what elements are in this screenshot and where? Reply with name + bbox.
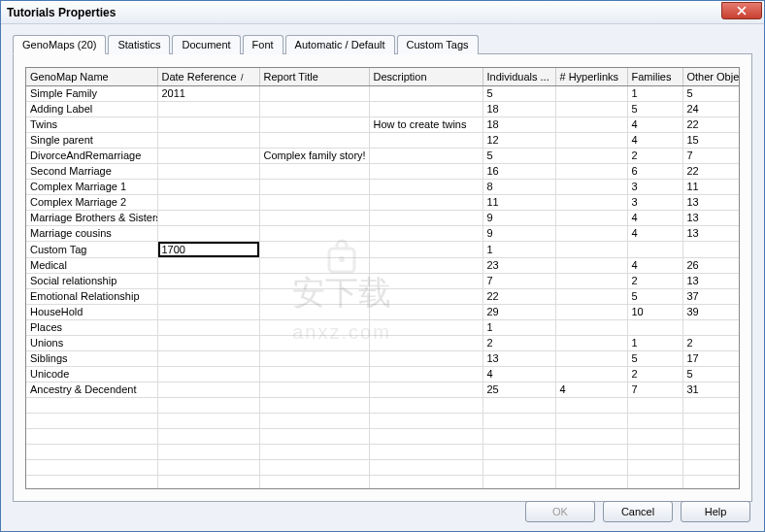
table-cell[interactable]: 11	[482, 194, 555, 210]
table-row[interactable]: Unicode425	[26, 366, 740, 382]
table-cell[interactable]	[157, 475, 259, 489]
table-cell[interactable]: 1	[482, 319, 555, 335]
table-cell[interactable]	[555, 475, 627, 489]
table-cell[interactable]	[259, 444, 369, 459]
table-cell[interactable]	[259, 163, 369, 179]
table-cell[interactable]	[157, 273, 259, 288]
table-cell[interactable]	[157, 382, 259, 397]
table-cell[interactable]	[259, 194, 369, 210]
table-cell[interactable]: DivorceAndRemarriage	[26, 148, 157, 163]
help-button[interactable]: Help	[681, 501, 750, 522]
table-row[interactable]: Marriage Brothers & Sisters9413	[26, 210, 740, 225]
table-cell[interactable]: 7	[627, 382, 682, 397]
table-cell[interactable]	[555, 413, 627, 428]
table-cell[interactable]: 18	[482, 116, 555, 132]
table-cell[interactable]: Twins	[26, 116, 157, 132]
table-cell[interactable]	[482, 459, 555, 475]
table-cell[interactable]: Second Marriage	[26, 163, 157, 179]
table-cell[interactable]	[555, 257, 627, 273]
table-cell[interactable]	[157, 132, 259, 148]
table-cell[interactable]: Ancestry & Decendent	[26, 382, 157, 397]
table-cell[interactable]	[157, 413, 259, 428]
table-cell[interactable]	[627, 428, 682, 444]
table-cell[interactable]: Marriage cousins	[26, 225, 157, 241]
tab-statistics[interactable]: Statistics	[108, 35, 170, 54]
tab-automatic-default[interactable]: Automatic / Default	[285, 35, 395, 54]
table-cell[interactable]	[555, 273, 627, 288]
table-cell[interactable]	[26, 428, 157, 444]
table-cell[interactable]: 2	[682, 335, 740, 350]
table-cell[interactable]: 5	[682, 366, 740, 382]
table-cell[interactable]	[369, 163, 482, 179]
table-row[interactable]: Siblings13517	[26, 350, 740, 366]
table-row[interactable]: Places1	[26, 319, 740, 335]
table-cell[interactable]	[555, 397, 627, 413]
table-cell[interactable]	[627, 475, 682, 489]
table-cell[interactable]: 3	[627, 179, 682, 194]
table-cell[interactable]	[259, 475, 369, 489]
table-cell[interactable]	[369, 382, 482, 397]
table-cell[interactable]	[482, 475, 555, 489]
table-cell[interactable]: Siblings	[26, 350, 157, 366]
table-cell[interactable]: 5	[482, 148, 555, 163]
table-cell[interactable]	[26, 444, 157, 459]
table-cell[interactable]: Simple Family	[26, 85, 157, 101]
table-cell[interactable]	[369, 225, 482, 241]
table-cell[interactable]: 18	[482, 101, 555, 116]
table-cell[interactable]: 4	[627, 225, 682, 241]
table-cell[interactable]	[482, 413, 555, 428]
table-cell[interactable]	[157, 397, 259, 413]
table-cell[interactable]	[555, 304, 627, 319]
table-cell[interactable]: 8	[482, 179, 555, 194]
table-cell[interactable]: 39	[682, 304, 740, 319]
table-cell[interactable]	[627, 413, 682, 428]
table-cell[interactable]	[555, 444, 627, 459]
table-row[interactable]: Custom Tag1	[26, 241, 740, 257]
table-cell[interactable]: 2	[627, 148, 682, 163]
table-cell[interactable]	[555, 101, 627, 116]
table-cell[interactable]: Complex family story!	[259, 148, 369, 163]
table-cell[interactable]	[259, 210, 369, 225]
table-cell[interactable]	[369, 304, 482, 319]
table-cell[interactable]	[157, 366, 259, 382]
table-cell[interactable]	[369, 257, 482, 273]
table-cell[interactable]	[157, 148, 259, 163]
table-cell[interactable]	[627, 459, 682, 475]
tab-font[interactable]: Font	[243, 35, 283, 54]
table-cell[interactable]	[157, 241, 259, 257]
table-cell[interactable]	[555, 288, 627, 304]
table-cell[interactable]	[259, 85, 369, 101]
table-row[interactable]	[26, 459, 740, 475]
table-cell[interactable]	[157, 335, 259, 350]
column-header[interactable]: GenoMap Name	[26, 68, 157, 85]
table-cell[interactable]	[259, 428, 369, 444]
table-cell[interactable]	[369, 413, 482, 428]
cell-editor-input[interactable]	[158, 242, 259, 257]
table-cell[interactable]: Unicode	[26, 366, 157, 382]
table-cell[interactable]	[259, 304, 369, 319]
table-cell[interactable]	[627, 319, 682, 335]
table-cell[interactable]: 7	[482, 273, 555, 288]
table-cell[interactable]	[157, 350, 259, 366]
table-cell[interactable]: Unions	[26, 335, 157, 350]
table-cell[interactable]: 5	[627, 101, 682, 116]
table-cell[interactable]: 22	[682, 116, 740, 132]
table-cell[interactable]	[157, 444, 259, 459]
table-cell[interactable]: 23	[482, 257, 555, 273]
table-cell[interactable]	[555, 116, 627, 132]
table-cell[interactable]	[369, 397, 482, 413]
table-cell[interactable]	[259, 241, 369, 257]
table-cell[interactable]	[369, 475, 482, 489]
table-cell[interactable]	[555, 194, 627, 210]
table-cell[interactable]: HouseHold	[26, 304, 157, 319]
tab-custom-tags[interactable]: Custom Tags	[397, 35, 479, 54]
table-cell[interactable]	[259, 132, 369, 148]
table-cell[interactable]	[555, 210, 627, 225]
table-cell[interactable]: 10	[627, 304, 682, 319]
table-cell[interactable]	[369, 350, 482, 366]
table-row[interactable]	[26, 413, 740, 428]
ok-button[interactable]: OK	[525, 501, 595, 522]
table-cell[interactable]	[369, 288, 482, 304]
table-row[interactable]: Social relationship7213	[26, 273, 740, 288]
table-cell[interactable]	[369, 148, 482, 163]
